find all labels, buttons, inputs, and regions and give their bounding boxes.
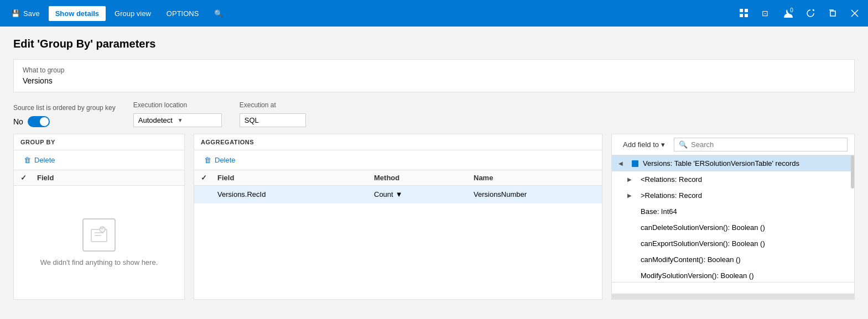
search-box: 🔍 <box>674 138 848 151</box>
collapse-icon: ◀ <box>618 160 627 166</box>
field-item-candelete[interactable]: canDeleteSolutionVersion(): Boolean () <box>612 219 854 236</box>
field-canexport-label: canExportSolutionVersion(): Boolean () <box>641 239 848 248</box>
save-button[interactable]: 💾 Save <box>4 6 46 21</box>
what-to-group-section: What to group Versions <box>13 59 855 92</box>
field-candelete-label: canDeleteSolutionVersion(): Boolean () <box>641 223 848 232</box>
row-name: VersionsNumber <box>474 190 595 198</box>
search-icon: 🔍 <box>214 9 223 18</box>
svg-rect-6 <box>830 11 835 16</box>
field-item-versions[interactable]: ◀ Versions: Table 'ERSolutionVersionTabl… <box>612 155 854 171</box>
svg-rect-3 <box>745 14 748 17</box>
field-picker-panel: Add field to ▾ 🔍 ◀ Versions: Table 'ERSo… <box>611 134 855 300</box>
check-col: ✓ <box>20 174 37 182</box>
aggregations-panel: AGGREGATIONS 🗑 Delete ✓ Field Method Nam… <box>194 134 602 300</box>
field-item-base[interactable]: Base: Int64 <box>612 203 854 219</box>
aggregations-delete-button[interactable]: 🗑 Delete <box>201 154 239 166</box>
group-by-delete-button[interactable]: 🗑 Delete <box>20 154 59 166</box>
svg-rect-1 <box>745 9 748 12</box>
restore-icon[interactable] <box>824 4 841 22</box>
execution-location-dropdown[interactable]: Autodetect ▼ <box>133 113 222 127</box>
dropdown-arrow-icon: ▼ <box>178 117 217 123</box>
save-icon: 💾 <box>11 9 20 18</box>
field-col-header: Field <box>37 174 178 182</box>
group-view-button[interactable]: Group view <box>108 6 158 21</box>
field-versions-label: Versions: Table 'ERSolutionVersionTable'… <box>643 159 848 168</box>
field-item-relations-lt[interactable]: ▶ <Relations: Record <box>612 171 854 187</box>
field-list-wrapper: ◀ Versions: Table 'ERSolutionVersionTabl… <box>612 155 854 294</box>
trash-icon: 🗑 <box>24 156 31 164</box>
search-button[interactable]: 🔍 <box>207 6 230 21</box>
notification-badge: 0 <box>787 6 796 14</box>
add-field-chevron-icon: ▾ <box>661 140 665 149</box>
aggregation-row[interactable]: Versions.RecId Count ▼ VersionsNumber <box>194 186 602 203</box>
page-title: Edit 'Group By' parameters <box>13 38 855 50</box>
row-method: Count ▼ <box>374 190 474 198</box>
refresh-icon[interactable] <box>802 4 819 22</box>
office-icon[interactable]: ⊡ <box>757 4 775 22</box>
field-item-canmodify[interactable]: canModifyContent(): Boolean () <box>612 252 854 268</box>
user-icon[interactable]: 0 <box>779 4 797 22</box>
aggregations-toolbar: 🗑 Delete <box>194 150 602 170</box>
grid-icon[interactable] <box>735 4 753 22</box>
empty-state-text: We didn't find anything to show here. <box>40 258 158 266</box>
method-dropdown-arrow[interactable]: ▼ <box>396 190 403 198</box>
title-bar: 💾 Save Show details Group view OPTIONS 🔍… <box>0 0 868 27</box>
toggle-container: No <box>13 116 116 127</box>
panels-row: GROUP BY 🗑 Delete ✓ Field <box>13 134 855 300</box>
horizontal-scrollbar[interactable] <box>612 294 854 299</box>
what-to-group-value: Versions <box>23 76 845 85</box>
search-icon-2: 🔍 <box>679 140 688 149</box>
field-modifysolution-label: ModifySolutionVersion(): Boolean () <box>641 271 848 280</box>
svg-rect-0 <box>740 9 743 12</box>
scrollbar-thumb[interactable] <box>851 155 854 189</box>
source-list-label: Source list is ordered by group key <box>13 104 116 112</box>
what-to-group-label: What to group <box>23 66 845 74</box>
close-icon[interactable] <box>846 4 864 22</box>
add-field-button[interactable]: Add field to ▾ <box>618 138 669 151</box>
svg-point-12 <box>100 227 105 232</box>
field-relations-gt-label: >Relations: Record <box>641 191 848 200</box>
field-picker-toolbar: Add field to ▾ 🔍 <box>612 134 854 155</box>
field-item-relations-gt[interactable]: ▶ >Relations: Record <box>612 187 854 203</box>
aggregations-header: AGGREGATIONS <box>194 134 602 150</box>
execution-location-group: Execution location Autodetect ▼ <box>133 101 222 127</box>
aggregations-col-headers: ✓ Field Method Name <box>194 170 602 186</box>
expand-icon-2: ▶ <box>627 192 636 198</box>
execution-location-label: Execution location <box>133 101 222 109</box>
row-field: Versions.RecId <box>217 190 374 198</box>
search-input[interactable] <box>691 140 843 149</box>
execution-at-group: Execution at SQL <box>240 101 306 127</box>
execution-at-value: SQL <box>240 113 306 127</box>
group-by-toolbar: 🗑 Delete <box>14 150 184 170</box>
agg-field-col-header: Field <box>217 174 374 182</box>
toggle-knob <box>40 117 49 126</box>
svg-rect-15 <box>632 160 638 167</box>
trash-icon-2: 🗑 <box>204 156 211 164</box>
svg-rect-2 <box>740 14 743 17</box>
group-by-col-headers: ✓ Field <box>14 170 184 186</box>
field-relations-lt-label: <Relations: Record <box>641 175 848 184</box>
group-by-empty-state: We didn't find anything to show here. <box>14 186 184 299</box>
source-list-group: Source list is ordered by group key No <box>13 104 116 127</box>
group-by-panel: GROUP BY 🗑 Delete ✓ Field <box>13 134 185 300</box>
source-list-toggle[interactable] <box>28 116 50 127</box>
svg-text:⊡: ⊡ <box>762 9 768 18</box>
field-item-canexport[interactable]: canExportSolutionVersion(): Boolean () <box>612 236 854 252</box>
field-canmodify-label: canModifyContent(): Boolean () <box>641 255 848 264</box>
agg-check-col: ✓ <box>201 174 217 182</box>
agg-method-col-header: Method <box>374 174 474 182</box>
agg-name-col-header: Name <box>474 174 595 182</box>
main-content: Edit 'Group By' parameters What to group… <box>0 27 868 319</box>
execution-at-label: Execution at <box>240 101 306 109</box>
group-by-header: GROUP BY <box>14 134 184 150</box>
config-row: Source list is ordered by group key No E… <box>13 101 855 127</box>
options-button[interactable]: OPTIONS <box>160 6 206 21</box>
toggle-no-label: No <box>13 117 23 126</box>
table-icon <box>632 160 638 167</box>
field-list: ◀ Versions: Table 'ERSolutionVersionTabl… <box>612 155 854 283</box>
empty-icon <box>82 218 116 252</box>
field-item-modifysolution[interactable]: ModifySolutionVersion(): Boolean () <box>612 268 854 283</box>
field-base-label: Base: Int64 <box>641 207 848 216</box>
show-details-button[interactable]: Show details <box>49 6 106 21</box>
expand-icon-1: ▶ <box>627 176 636 182</box>
